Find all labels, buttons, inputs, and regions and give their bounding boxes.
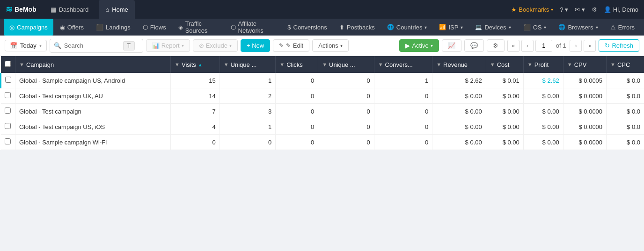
refresh-button[interactable]: ↻ Refresh bbox=[599, 39, 639, 52]
os-icon: ⬛ bbox=[523, 24, 531, 31]
report-button[interactable]: 📊 Report ▾ bbox=[146, 39, 190, 52]
table-row[interactable]: Global - Sample campaign Wi-Fi 0 0 0 0 0… bbox=[1, 135, 644, 150]
row-clicks: 0 bbox=[276, 104, 318, 119]
row-checkbox-cell[interactable] bbox=[1, 88, 15, 104]
help-button[interactable]: ? ▾ bbox=[560, 6, 568, 13]
row-checkbox[interactable] bbox=[5, 123, 11, 129]
select-all-header[interactable] bbox=[1, 56, 15, 73]
row-campaign-name: Global - Sample campaign US, Android bbox=[15, 73, 171, 88]
row-checkbox-cell[interactable] bbox=[1, 119, 15, 135]
table-row[interactable]: Global - Sample campaign US, Android 15 … bbox=[1, 73, 644, 88]
row-cost: $ 0.00 bbox=[486, 104, 523, 119]
column-header-unique1[interactable]: ▼ Unique ... bbox=[220, 56, 276, 73]
filter-profit-icon: ▼ bbox=[527, 62, 533, 67]
column-header-revenue[interactable]: ▼ Revenue bbox=[432, 56, 486, 73]
next-page-button[interactable]: › bbox=[570, 40, 582, 52]
first-page-button[interactable]: « bbox=[507, 40, 520, 52]
bookmarks-button[interactable]: ★ Bookmarks ▾ bbox=[511, 6, 553, 13]
logo-text: BeMob bbox=[15, 6, 37, 13]
menu-item-devices[interactable]: 💻 Devices ▾ bbox=[469, 19, 516, 36]
table-row[interactable]: Global - Test campaign 7 3 0 0 0 $ 0.00 … bbox=[1, 104, 644, 119]
column-header-profit[interactable]: ▼ Profit bbox=[523, 56, 563, 73]
user-menu[interactable]: 👤 Hi, Demo bbox=[604, 6, 638, 13]
column-header-conversions[interactable]: ▼ Convers... bbox=[374, 56, 432, 73]
row-checkbox-cell[interactable] bbox=[1, 104, 15, 119]
row-checkbox[interactable] bbox=[5, 108, 11, 114]
table-row[interactable]: Global - Test campaign US, iOS 4 1 0 0 0… bbox=[1, 119, 644, 135]
menu-item-offers[interactable]: ◉ Offers bbox=[54, 19, 89, 36]
menu-item-traffic-sources[interactable]: ◈ Traffic Sources bbox=[173, 19, 224, 36]
settings-icon[interactable]: ⚙ bbox=[592, 6, 597, 13]
countries-icon: 🌐 bbox=[387, 24, 394, 30]
menu-item-os[interactable]: ⬛ OS ▾ bbox=[518, 19, 552, 36]
star-icon: ★ bbox=[511, 6, 517, 13]
filter-campaign-icon: ▼ bbox=[19, 62, 24, 67]
search-input[interactable] bbox=[64, 42, 120, 49]
column-header-visits[interactable]: ▼ Visits ▲ bbox=[171, 56, 220, 73]
page-number-input[interactable] bbox=[535, 40, 552, 52]
home-icon: ⌂ bbox=[105, 6, 109, 13]
row-cpc: $ 0.0 bbox=[607, 73, 644, 88]
actions-button[interactable]: Actions ▾ bbox=[312, 39, 349, 52]
select-all-checkbox[interactable] bbox=[5, 61, 11, 67]
message-button[interactable]: 💬 bbox=[464, 39, 484, 52]
row-campaign-name: Global - Sample campaign Wi-Fi bbox=[15, 135, 171, 150]
pagination: « ‹ of 1 › » bbox=[507, 40, 596, 52]
menu-item-conversions[interactable]: $ Conversions bbox=[282, 19, 333, 36]
row-cpc: $ 0.0 bbox=[607, 88, 644, 104]
menu-item-errors[interactable]: ⚠ Errors bbox=[605, 19, 640, 36]
filter-button[interactable]: T bbox=[123, 41, 135, 50]
table-row[interactable]: Global - Test campaign UK, AU 14 2 0 0 0… bbox=[1, 88, 644, 104]
column-header-clicks[interactable]: ▼ Clicks bbox=[276, 56, 318, 73]
row-checkbox-cell[interactable] bbox=[1, 73, 15, 88]
prev-page-button[interactable]: ‹ bbox=[521, 40, 534, 52]
search-box[interactable]: 🔍 T bbox=[50, 39, 143, 53]
menu-item-browsers[interactable]: 🌐 Browsers ▾ bbox=[553, 19, 603, 36]
row-checkbox[interactable] bbox=[5, 92, 11, 98]
row-checkbox[interactable] bbox=[5, 77, 11, 83]
row-campaign-name: Global - Test campaign US, iOS bbox=[15, 119, 171, 135]
settings-button[interactable]: ⚙ bbox=[487, 39, 505, 52]
os-chevron-icon: ▾ bbox=[544, 25, 546, 30]
date-picker[interactable]: 📅 Today ▾ bbox=[5, 40, 47, 51]
edit-button[interactable]: ✎ ✎ Edit bbox=[273, 39, 309, 52]
menu-item-campaigns[interactable]: ◎ Campaigns bbox=[4, 19, 53, 36]
row-unique2: 0 bbox=[318, 135, 374, 150]
row-checkbox[interactable] bbox=[5, 138, 11, 144]
inbox-icon[interactable]: ✉ ▾ bbox=[575, 6, 585, 13]
menu-item-countries[interactable]: 🌐 Countries ▾ bbox=[381, 19, 433, 36]
row-conversions: 0 bbox=[374, 135, 432, 150]
filter-visits-icon: ▼ bbox=[175, 62, 180, 67]
menu-item-landings[interactable]: ⬛ Landings bbox=[90, 19, 136, 36]
active-filter-button[interactable]: ▶ Active ▾ bbox=[399, 39, 439, 52]
menu-item-isp[interactable]: 📶 ISP ▾ bbox=[433, 19, 468, 36]
menu-item-affiliate-networks[interactable]: ⬡ Affilate Networks bbox=[225, 19, 281, 36]
column-header-unique2[interactable]: ▼ Unique ... bbox=[318, 56, 374, 73]
row-clicks: 0 bbox=[276, 73, 318, 88]
exclude-icon: ⊘ bbox=[199, 42, 204, 49]
column-header-cost[interactable]: ▼ Cost bbox=[486, 56, 523, 73]
exclude-button[interactable]: ⊘ Exclude ▾ bbox=[193, 39, 238, 52]
row-profit: $ 0.00 bbox=[523, 104, 563, 119]
chart-button[interactable]: 📈 bbox=[442, 39, 461, 52]
row-revenue: $ 0.00 bbox=[432, 135, 486, 150]
menu-item-flows[interactable]: ⬡ Flows bbox=[137, 19, 172, 36]
column-header-campaign[interactable]: ▼ Campaign bbox=[15, 56, 171, 73]
search-icon: 🔍 bbox=[54, 42, 61, 49]
column-header-cpc[interactable]: ▼ CPC bbox=[607, 56, 644, 73]
affiliate-icon: ⬡ bbox=[231, 24, 236, 31]
row-revenue: $ 0.00 bbox=[432, 104, 486, 119]
edit-icon: ✎ bbox=[279, 42, 284, 49]
tab-dashboard[interactable]: ▦ Dashboard bbox=[44, 0, 95, 19]
last-page-button[interactable]: » bbox=[584, 40, 596, 52]
report-icon: 📊 bbox=[152, 42, 160, 49]
new-button[interactable]: + New bbox=[241, 39, 270, 52]
menu-item-postbacks[interactable]: ⬆ Postbacks bbox=[334, 19, 381, 36]
devices-chevron-icon: ▾ bbox=[509, 25, 511, 30]
row-checkbox-cell[interactable] bbox=[1, 135, 15, 150]
row-profit: $ 2.62 bbox=[523, 73, 563, 88]
refresh-icon: ↻ bbox=[605, 42, 610, 49]
logo[interactable]: ≋ BeMob bbox=[6, 4, 37, 14]
tab-home[interactable]: ⌂ Home bbox=[99, 0, 135, 19]
column-header-cpv[interactable]: ▼ CPV bbox=[563, 56, 606, 73]
